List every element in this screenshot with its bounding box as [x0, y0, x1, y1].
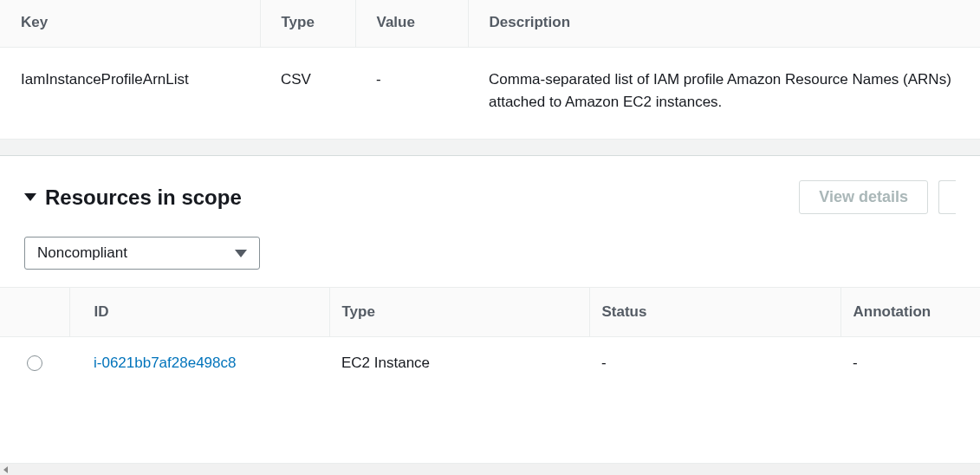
parameters-header-key[interactable]: Key: [0, 0, 260, 48]
resources-header-status[interactable]: Status: [589, 288, 840, 337]
param-key-cell: IamInstanceProfileArnList: [0, 48, 260, 134]
row-select-cell[interactable]: [0, 337, 69, 390]
table-row[interactable]: i-0621bb7af28e498c8 EC2 Instance - -: [0, 337, 980, 390]
table-row: IamInstanceProfileArnList CSV - Comma-se…: [0, 48, 980, 134]
compliance-filter-select[interactable]: Noncompliant: [24, 237, 260, 270]
section-title-toggle[interactable]: Resources in scope: [24, 185, 242, 210]
radio-icon[interactable]: [27, 355, 42, 371]
parameters-header-description[interactable]: Description: [468, 0, 980, 48]
resources-section: Resources in scope View details Noncompl…: [0, 156, 980, 389]
resources-header-annotation[interactable]: Annotation: [840, 288, 980, 337]
overflow-button[interactable]: [938, 180, 956, 214]
chevron-down-icon: [235, 250, 247, 257]
resource-id-cell[interactable]: i-0621bb7af28e498c8: [69, 337, 329, 390]
param-description-cell: Comma-separated list of IAM profile Amaz…: [468, 48, 980, 134]
parameters-table: Key Type Value Description IamInstancePr…: [0, 0, 980, 133]
view-details-button[interactable]: View details: [799, 180, 928, 214]
resource-id-link[interactable]: i-0621bb7af28e498c8: [94, 355, 236, 371]
resources-table: ID Type Status Annotation i-0621bb7af28e…: [0, 287, 980, 389]
parameters-header-type[interactable]: Type: [260, 0, 355, 48]
section-divider: [0, 139, 980, 156]
resource-status-cell: -: [589, 337, 840, 390]
header-actions: View details: [799, 180, 956, 214]
section-title: Resources in scope: [45, 185, 242, 210]
caret-down-icon: [24, 193, 36, 201]
param-type-cell: CSV: [260, 48, 355, 134]
horizontal-scrollbar[interactable]: [0, 463, 980, 475]
param-value-cell: -: [355, 48, 468, 134]
resources-header-select: [0, 288, 69, 337]
scroll-left-arrow-icon[interactable]: [3, 466, 8, 473]
resource-annotation-cell: -: [840, 337, 980, 390]
resources-header-id[interactable]: ID: [69, 288, 329, 337]
parameters-header-value[interactable]: Value: [355, 0, 468, 48]
resource-type-cell: EC2 Instance: [329, 337, 589, 390]
resources-header-row: ID Type Status Annotation: [0, 288, 980, 337]
resources-section-header: Resources in scope View details: [0, 180, 980, 237]
parameters-header-row: Key Type Value Description: [0, 0, 980, 48]
resources-header-type[interactable]: Type: [329, 288, 589, 337]
filter-bar: Noncompliant: [0, 237, 980, 287]
compliance-filter-value: Noncompliant: [37, 244, 127, 262]
